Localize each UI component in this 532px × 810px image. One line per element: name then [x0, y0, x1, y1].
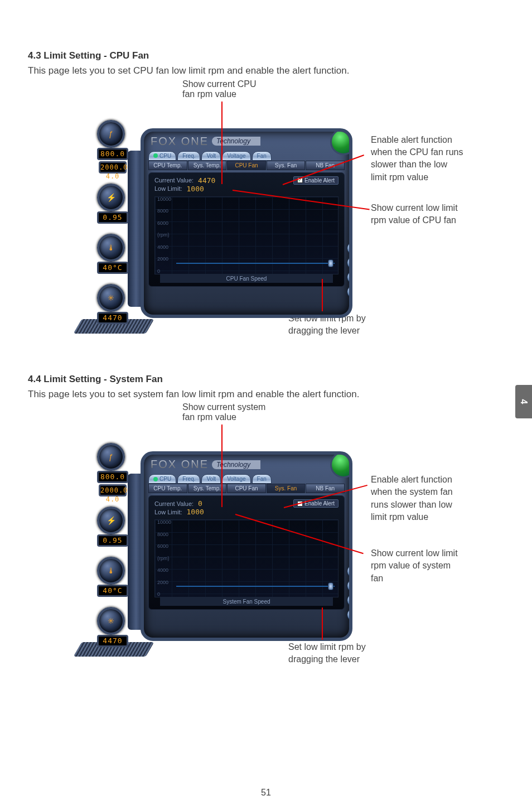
enable-alert-label: Enable Alert [304, 177, 335, 184]
tick: 0 [157, 592, 174, 597]
unit-label: (rpm) [157, 556, 174, 561]
volt-gauge-icon: ⚡ [97, 184, 125, 211]
minimize-icon[interactable]: – [347, 257, 352, 269]
chapter-number: 4 [519, 399, 529, 404]
tick: 10000 [157, 197, 174, 202]
subtab-cputemp[interactable]: CPU Temp. [148, 161, 187, 170]
main-panel: FOX ONE Technology CPU Freq. Volt Voltag… [141, 128, 352, 318]
subtab-sysfan[interactable]: Sys. Fan [267, 484, 306, 493]
caption-text: Enable alert function [371, 474, 453, 486]
tick: 6000 [157, 221, 174, 226]
lcd-freq2: 2000.0 4.0 [99, 484, 127, 496]
current-value: 4470 [198, 176, 215, 185]
subtab-cpufan[interactable]: CPU Fan [227, 161, 266, 170]
tab-label: CPU [159, 476, 171, 482]
fan-speed-chart: 10000 8000 6000 (rpm) 4000 2000 0 [154, 519, 338, 597]
lcd-temp: 40°C [97, 585, 128, 597]
limit-slider-track [176, 263, 335, 264]
caption-text: Show current low limit [371, 202, 458, 214]
tab-fan[interactable]: Fan [252, 151, 272, 161]
section-heading: 4.3 Limit Setting - CPU Fan [28, 50, 504, 61]
subtab-systemp[interactable]: Sys. Temp. [188, 484, 227, 493]
side-button-stack: ✕ – ⟳ ? [347, 242, 352, 298]
tab-fan[interactable]: Fan [252, 474, 272, 484]
lcd-fan: 4470 [97, 312, 128, 324]
settings-icon[interactable]: ⟳ [347, 594, 352, 606]
side-slider[interactable] [350, 171, 352, 238]
close-icon[interactable]: ✕ [347, 565, 352, 577]
help-icon[interactable]: ? [347, 609, 352, 621]
caption-text: slower than the low [371, 158, 463, 171]
subtab-cpufan[interactable]: CPU Fan [227, 484, 266, 493]
tab-label: Fan [257, 476, 267, 482]
limit-slider-handle[interactable] [328, 582, 333, 590]
chart-title: CPU Fan Speed [160, 274, 333, 283]
caption-text: Show current low limit [371, 547, 458, 560]
fan-speed-chart: 10000 8000 6000 (rpm) 4000 2000 0 [154, 196, 338, 274]
tab-label: Fan [257, 153, 267, 159]
primary-tab-row: CPU Freq. Volt Voltage Fan [144, 149, 349, 161]
tab-voltage[interactable]: Voltage [222, 151, 250, 161]
caption-text: when the system fan [371, 486, 453, 498]
foxone-ui: ƒ 800.0 2000.0 4.0 ⚡ 0.95 🌡 40°C ✳ 4470 [93, 117, 361, 329]
side-button-stack: ✕ – ⟳ ? [347, 565, 352, 621]
caption-text: dragging the lever [288, 653, 366, 666]
settings-icon[interactable]: ⟳ [347, 271, 352, 283]
tick: 2000 [157, 257, 174, 262]
caption-text: fan [371, 572, 458, 585]
tab-label: Freq. [182, 153, 195, 159]
chapter-side-tab: 4 [515, 385, 532, 418]
lcd-temp: 40°C [97, 262, 128, 274]
chart-title: System Fan Speed [160, 597, 333, 606]
caption-text: Show current system [182, 402, 265, 412]
tick: 4000 [157, 245, 174, 250]
tab-cpu[interactable]: CPU [148, 474, 176, 484]
caption-text: fan rpm value [182, 89, 257, 99]
fan-gauge-icon: ✳ [97, 284, 125, 312]
unit-label: (rpm) [157, 233, 174, 238]
caption-text: when the CPU fan runs [371, 146, 463, 158]
minimize-icon[interactable]: – [347, 580, 352, 592]
brand-sub: Technology [212, 460, 260, 469]
chart-y-scale: 10000 8000 6000 (rpm) 4000 2000 0 [157, 197, 174, 274]
sub-tab-row: CPU Temp. Sys. Temp. CPU Fan Sys. Fan NB… [144, 161, 349, 170]
chart-panel: Current Value: 0 Enable Alert Low Limit:… [148, 495, 345, 610]
subtab-systemp[interactable]: Sys. Temp. [188, 161, 227, 170]
page-number: 51 [261, 788, 271, 798]
brand-logo: FOX ONE [151, 458, 209, 471]
lcd-volt: 0.95 [97, 211, 128, 224]
close-icon[interactable]: ✕ [347, 242, 352, 254]
tab-freq[interactable]: Freq. [177, 474, 200, 484]
caption-text: limit rpm value [371, 511, 453, 523]
lcd-freq2: 2000.0 4.0 [99, 161, 127, 173]
tab-volt[interactable]: Volt [201, 474, 221, 484]
tick: 10000 [157, 520, 174, 525]
tab-label: CPU [159, 153, 171, 159]
tab-volt[interactable]: Volt [201, 151, 221, 161]
caption-text: rpm value of system [371, 560, 458, 572]
brand-sub: Technology [212, 137, 260, 146]
caption-text: Enable alert function [371, 134, 463, 146]
limit-slider-handle[interactable] [328, 259, 333, 267]
subtab-sysfan[interactable]: Sys. Fan [267, 161, 306, 170]
temp-gauge-icon: 🌡 [97, 234, 125, 262]
globe-icon [330, 128, 352, 155]
tab-voltage[interactable]: Voltage [222, 474, 250, 484]
lcd-freq: 800.0 [97, 148, 128, 160]
lcd-fan: 4470 [97, 635, 128, 647]
tick: 0 [157, 269, 174, 274]
lowlimit-label: Low Limit: [154, 185, 182, 192]
section-description: This page lets you to set CPU fan low li… [28, 64, 504, 78]
current-value-label: Current Value: [154, 177, 194, 184]
help-icon[interactable]: ? [347, 286, 352, 298]
subtab-cputemp[interactable]: CPU Temp. [148, 484, 187, 493]
tab-label: Voltage [227, 153, 245, 159]
limit-slider-track [176, 586, 335, 587]
lcd-freq: 800.0 [97, 471, 128, 483]
freq-gauge-icon: ƒ [97, 120, 125, 148]
current-value-label: Current Value: [154, 500, 194, 507]
tab-cpu[interactable]: CPU [148, 151, 176, 161]
tick: 6000 [157, 544, 174, 549]
caption-text: limit rpm value [371, 171, 463, 184]
tab-freq[interactable]: Freq. [177, 151, 200, 161]
